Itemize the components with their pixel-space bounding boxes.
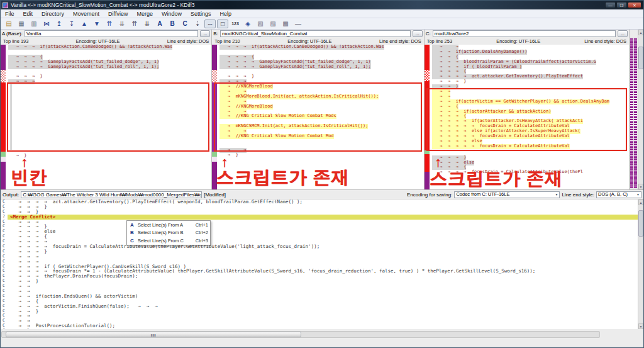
code-line[interactable]: → → → if(attackAction.CanBeDodged() && !…: [219, 45, 423, 50]
output-code-line[interactable]: C → → → → focusDrain = CalculateAttribut…: [8, 244, 638, 249]
merge-conflict-line[interactable]: ?<Merge Conflict>: [8, 215, 638, 220]
scroll-down-icon[interactable]: ▼: [638, 323, 643, 329]
pane-b-body[interactable]: → → → if(attackAction.CanBeDodged() && !…: [212, 45, 423, 189]
auto-advance-icon[interactable]: ⇣: [192, 19, 203, 28]
annotation-box-c: [426, 88, 627, 151]
context-menu-item-select-from-b[interactable]: BSelect Line(s) From BCtrl+2: [127, 229, 210, 237]
select-b-icon[interactable]: B: [167, 19, 178, 28]
pane-a-body[interactable]: → → → if(attackAction.CanBeDodged() && !…: [1, 45, 211, 189]
output-code-line[interactable]: C → }: [8, 328, 638, 329]
code-line[interactable]: → → → → GameplayFactsAdd("tut_failed_rol…: [219, 65, 423, 70]
code-line[interactable]: → → → }: [8, 74, 211, 79]
menu-item-settings[interactable]: Settings: [186, 9, 216, 18]
menu-item-movement[interactable]: Movement: [69, 9, 104, 18]
pane-c-body[interactable]: → → → → if(action.DealsAnyDamage()) → → …: [425, 45, 629, 189]
output-vscroll-thumb[interactable]: [638, 210, 643, 237]
pane-b-filename[interactable]: modKNGCritical_SlowMotion_Combat: [220, 30, 411, 37]
prev-unsolved-conflict-icon[interactable]: ⇈: [129, 19, 140, 28]
code-line[interactable]: → → → if(attackAction.CanBeDodged() && !…: [8, 45, 211, 50]
output-code-line[interactable]: C → → → }: [8, 224, 638, 229]
pane-b-browse-button[interactable]: ...: [413, 30, 423, 37]
line-end-select[interactable]: DOS (A, B, C) ▼: [596, 191, 641, 198]
output-code-line[interactable]: C → → → → act.attacker.GetInventory().Pl…: [8, 199, 638, 205]
split-window-icon[interactable]: ▧: [255, 19, 266, 28]
prev-delta-icon[interactable]: ▲: [79, 19, 90, 28]
output-code-line[interactable]: C → → → }: [8, 249, 638, 254]
title-bar[interactable]: Vanilla <-> modKNGCritical_SlowMotion_Co…: [1, 1, 643, 9]
menu-item-file[interactable]: File: [1, 9, 19, 18]
menu-item-merge[interactable]: Merge: [132, 9, 157, 18]
diff-vscroll-thumb[interactable]: [638, 47, 643, 69]
output-code-line[interactable]: C → → }: [8, 309, 638, 314]
word-wrap-icon[interactable]: 123: [230, 19, 241, 28]
goto-current-delta-icon[interactable]: ⋈: [41, 19, 52, 28]
output-code-line[interactable]: C → → → {: [8, 234, 638, 239]
context-menu-item-select-from-a[interactable]: ASelect Line(s) From ACtrl+1: [127, 221, 210, 229]
minimize-button[interactable]: —: [605, 2, 616, 8]
menu-item-window[interactable]: Window: [157, 9, 186, 18]
maximize-button[interactable]: ❐: [616, 2, 627, 8]
open-icon[interactable]: ▤: [3, 19, 14, 28]
prev-conflict-icon[interactable]: ⇈: [104, 19, 115, 28]
menu-item-edit[interactable]: Edit: [19, 9, 38, 18]
pane-a-browse-button[interactable]: ...: [200, 30, 210, 37]
scroll-up-icon[interactable]: ▲: [638, 199, 643, 205]
hscroll-thumb[interactable]: ▮▮▮: [6, 332, 301, 337]
diff-vertical-scrollbar[interactable]: ▲ ▼: [638, 30, 643, 189]
diff-overview-strip-2[interactable]: [634, 38, 637, 188]
output-path-field[interactable]: C:₩GOG Games₩The Witcher 3 Wild Hunt₩Mod…: [21, 191, 202, 198]
output-code-line[interactable]: C → → → else: [8, 229, 638, 234]
close-button[interactable]: ✕: [628, 2, 641, 8]
output-code-line[interactable]: C → →: [8, 313, 638, 318]
highlight-icon[interactable]: ◈: [242, 19, 253, 28]
merge-output-editor[interactable]: C → → → → act.attacker.GetInventory().Pl…: [1, 199, 643, 329]
menu-item-diffview[interactable]: Diffview: [104, 9, 132, 18]
print-icon[interactable]: ▥: [28, 19, 40, 28]
code-line[interactable]: → → → → GameplayFactsAdd("tut_failed_rol…: [8, 65, 211, 70]
output-code-line[interactable]: C → →: [8, 284, 638, 289]
arrange-window-icon[interactable]: ▩: [280, 19, 291, 28]
code-line[interactable]: → → → }: [219, 74, 423, 79]
output-code-line[interactable]: C → → PostProcessActionTutorial();: [8, 323, 638, 328]
select-a-icon[interactable]: A: [154, 19, 165, 28]
scroll-down-icon[interactable]: ▼: [638, 184, 643, 189]
join-window-icon[interactable]: ▨: [267, 19, 279, 28]
hscroll-track[interactable]: ▮▮▮: [1, 331, 600, 338]
code-line[interactable]: → }: [219, 153, 423, 158]
scroll-up-icon[interactable]: ▲: [638, 30, 643, 35]
output-code-line[interactable]: C → → → actorVictim.FinishQuen(false); →…: [8, 304, 638, 309]
save-icon[interactable]: ▦: [16, 19, 27, 28]
output-horizontal-scrollbar[interactable]: ▮▮▮: [1, 329, 643, 339]
output-code-line[interactable]: C → → → }: [8, 205, 638, 210]
output-code-line[interactable]: C → → }: [8, 210, 638, 215]
context-menu-item-select-from-c[interactable]: CSelect Line(s) From CCtrl+3: [127, 237, 210, 245]
pane-c-topline: Top line 253: [427, 38, 452, 44]
dash-icon[interactable]: —: [292, 19, 304, 28]
encoding-select[interactable]: Codec from C: UTF-16LE ▼: [454, 191, 560, 198]
menu-item-directory[interactable]: Directory: [37, 9, 69, 18]
pane-a-filename[interactable]: Vanilla: [25, 30, 198, 37]
select-c-icon[interactable]: C: [179, 19, 191, 28]
annotation-box-b: [214, 82, 421, 152]
goto-last-delta-icon[interactable]: ↧: [66, 19, 77, 28]
next-conflict-icon[interactable]: ⇊: [116, 19, 128, 28]
output-vertical-scrollbar[interactable]: ▲ ▼: [638, 199, 643, 329]
diff-overview-strip-1[interactable]: [630, 38, 633, 188]
pane-c-filename[interactable]: modUltraGore2: [433, 30, 616, 37]
show-linenumbers-toggle-icon[interactable]: □: [217, 20, 228, 28]
output-code-line[interactable]: C → → if(action.EndsQuen() && actorVicti…: [8, 294, 638, 299]
code-line[interactable]: → → → }: [432, 79, 629, 84]
goto-first-delta-icon[interactable]: ↥: [53, 19, 65, 28]
output-code-line[interactable]: C → → }: [8, 279, 638, 284]
next-delta-icon[interactable]: ▼: [91, 19, 103, 28]
pane-c-browse-button[interactable]: ...: [618, 30, 628, 37]
output-code-line[interactable]: C → → →: [8, 220, 638, 225]
chevron-down-icon: ▼: [636, 191, 640, 198]
show-whitespace-toggle-icon[interactable]: ---: [204, 20, 216, 28]
code-line[interactable]: → }: [8, 154, 211, 159]
code-line[interactable]: → → if(action.DealsAnyDamage()): [432, 50, 629, 55]
output-code-line[interactable]: C → → →: [8, 254, 638, 259]
menu-item-help[interactable]: Help: [215, 9, 236, 18]
output-code-line[interactable]: C → → → thePlayer.DrainFocus(focusDrain)…: [8, 274, 638, 279]
next-unsolved-conflict-icon[interactable]: ⇊: [142, 19, 153, 28]
